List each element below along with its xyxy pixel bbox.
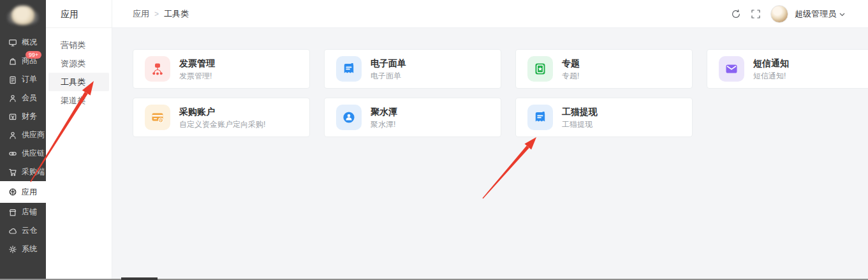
app-card-text: 工猫提现 工猫提现 (562, 107, 598, 128)
submenu-item-channel[interactable]: 渠道类 (48, 91, 109, 110)
apps-icon (8, 188, 17, 196)
sidebar-item-members[interactable]: 会员 (0, 89, 46, 107)
breadcrumb-separator-icon: > (154, 10, 159, 18)
taskbar-fragment (121, 277, 158, 280)
fullscreen-icon[interactable] (751, 9, 761, 19)
chevron-down-icon (839, 9, 845, 18)
app-card-title: 工猫提现 (562, 107, 598, 116)
app-card-subtitle: 聚水潭! (371, 121, 397, 128)
sidebar-item-products[interactable]: 商品 99+ (0, 52, 46, 70)
sidebar-item-supply-chain[interactable]: 供应链 (0, 144, 46, 163)
app-card-text: 采购账户 自定义资金账户定向采购! (179, 107, 265, 128)
app-card-invoice[interactable]: 发票管理 发票管理! (133, 49, 310, 89)
app-card-subtitle: 电子面单 (371, 72, 406, 80)
main-area: 应用 > 工具类 超级管理员 (112, 0, 868, 280)
sidebar-item-system[interactable]: 系统 (0, 240, 46, 258)
user-name: 超级管理员 (795, 8, 836, 20)
withdraw-icon (527, 105, 553, 130)
app-card-gongmao-withdraw[interactable]: 工猫提现 工猫提现 (515, 98, 693, 137)
submenu-item-label: 营销类 (61, 40, 85, 51)
sidebar-item-overview[interactable]: 概况 (0, 33, 46, 52)
sidebar-item-supplier[interactable]: 供应商 (0, 126, 46, 144)
sidebar-item-label: 系统 (22, 244, 37, 254)
app-card-title: 电子面单 (371, 59, 406, 68)
app-card-subtitle: 发票管理! (179, 72, 215, 80)
app-card-e-waybill[interactable]: 电子面单 电子面单 (324, 49, 501, 89)
submenu-nav: 营销类 资源类 工具类 渠道类 (46, 36, 112, 110)
app-card-title: 专题 (562, 59, 580, 68)
app-card-title: 发票管理 (179, 59, 215, 68)
app-card-topic[interactable]: 专题 专题! (515, 49, 693, 89)
sidebar-item-finance[interactable]: 财务 (0, 107, 46, 126)
app-card-text: 电子面单 电子面单 (371, 59, 406, 80)
sidebar-item-apps[interactable]: 应用 (0, 181, 46, 203)
sidebar-item-orders[interactable]: 订单 (0, 70, 46, 89)
jushuitan-icon (336, 105, 362, 130)
waybill-icon (336, 56, 362, 82)
app-card-title: 聚水潭 (371, 107, 397, 116)
system-icon (8, 245, 17, 254)
breadcrumb-apps[interactable]: 应用 (133, 8, 149, 20)
app-card-title: 短信通知 (753, 59, 789, 68)
invoice-icon (145, 56, 170, 82)
sidebar-item-label: 云仓 (22, 225, 37, 236)
app-card-title: 采购账户 (179, 107, 265, 116)
user-avatar[interactable] (770, 5, 788, 23)
breadcrumb-tools-category: 工具类 (164, 8, 189, 20)
app-cards-grid: 发票管理 发票管理! 电子面单 电子面单 专题 专题! 短信通知 短信通知! 采… (133, 49, 868, 137)
secondary-sidebar: 应用 营销类 资源类 工具类 渠道类 (46, 0, 112, 280)
submenu-item-label: 资源类 (61, 58, 85, 70)
supplier-icon (8, 131, 17, 140)
sidebar-item-cloud-warehouse[interactable]: 云仓 (0, 221, 46, 240)
refresh-icon[interactable] (731, 9, 741, 19)
shop-icon (8, 208, 17, 217)
app-card-subtitle: 短信通知! (753, 72, 789, 80)
app-logo-image (11, 6, 34, 25)
app-card-jushuitan[interactable]: 聚水潭 聚水潭! (324, 98, 501, 137)
sidebar-item-shop[interactable]: 店铺 (0, 203, 46, 221)
sidebar-item-label: 财务 (22, 111, 37, 122)
submenu-item-label: 工具类 (61, 77, 85, 88)
app-card-text: 聚水潭 聚水潭! (371, 107, 397, 128)
notification-badge: 99+ (26, 51, 41, 59)
submenu-title: 应用 (46, 0, 112, 28)
submenu-item-tools[interactable]: 工具类 (48, 73, 109, 91)
submenu-item-resource[interactable]: 资源类 (48, 54, 109, 73)
supply-chain-icon (8, 149, 17, 158)
breadcrumb: 应用 > 工具类 (133, 8, 189, 20)
finance-icon (8, 112, 17, 121)
submenu-item-marketing[interactable]: 营销类 (48, 36, 109, 54)
app-card-text: 短信通知 短信通知! (753, 59, 789, 80)
app-card-purchase-account[interactable]: 采购账户 自定义资金账户定向采购! (133, 98, 310, 137)
primary-nav: 概况 商品 99+ 订单 会员 财务 供应商 供应链 采购端 应用 店铺 (0, 33, 46, 258)
sidebar-item-label: 店铺 (22, 207, 37, 217)
sidebar-item-label: 订单 (22, 74, 37, 85)
sidebar-item-label: 会员 (22, 92, 37, 103)
app-card-sms[interactable]: 短信通知 短信通知! (707, 49, 868, 89)
sidebar-item-label: 应用 (22, 187, 37, 198)
admin-layout: 概况 商品 99+ 订单 会员 财务 供应商 供应链 采购端 应用 店铺 (0, 0, 868, 280)
purchase-account-icon (145, 105, 170, 130)
sidebar-item-label: 供应商 (22, 129, 45, 140)
app-logo[interactable] (0, 0, 46, 31)
app-card-subtitle: 自定义资金账户定向采购! (179, 121, 265, 128)
procurement-icon (8, 168, 17, 177)
sidebar-item-label: 概况 (22, 37, 37, 48)
orders-icon (8, 75, 17, 84)
products-icon (8, 57, 17, 66)
sms-icon (719, 56, 744, 82)
app-card-text: 专题 专题! (562, 59, 580, 80)
sidebar-item-label: 供应链 (22, 148, 45, 159)
app-card-subtitle: 专题! (562, 72, 580, 80)
submenu-item-label: 渠道类 (61, 95, 85, 107)
sidebar-item-label: 采购端 (22, 166, 45, 177)
overview-icon (8, 38, 17, 47)
app-card-text: 发票管理 发票管理! (179, 59, 215, 80)
members-icon (8, 94, 17, 103)
cloud-warehouse-icon (8, 226, 17, 235)
user-menu[interactable]: 超级管理员 (795, 8, 845, 20)
primary-sidebar: 概况 商品 99+ 订单 会员 财务 供应商 供应链 采购端 应用 店铺 (0, 0, 46, 280)
main-header: 应用 > 工具类 超级管理员 (112, 0, 868, 28)
app-card-subtitle: 工猫提现 (562, 121, 598, 128)
sidebar-item-procurement[interactable]: 采购端 (0, 163, 46, 181)
